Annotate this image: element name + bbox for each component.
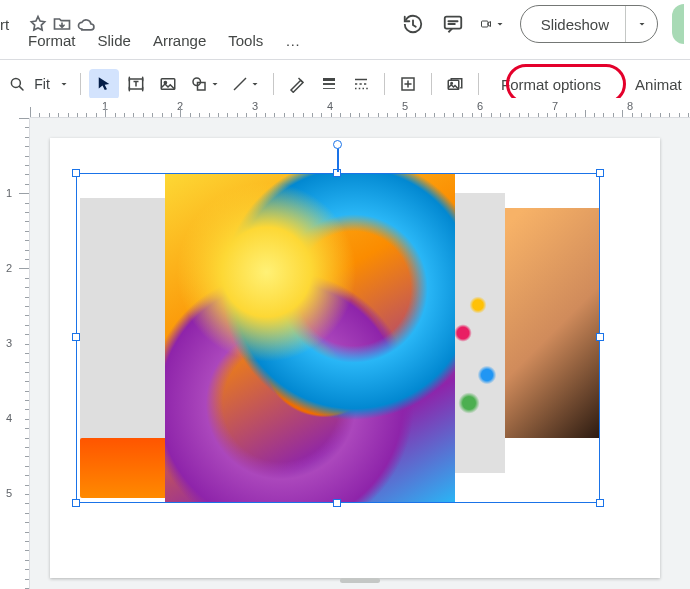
horizontal-ruler[interactable]: 1 2 3 4 5 6 7 8 /*ticks drawn below via … [30, 98, 690, 118]
select-tool[interactable] [89, 69, 119, 99]
avatar-partial[interactable] [672, 4, 684, 44]
ruler-num: 3 [252, 100, 258, 112]
resize-handle-sw[interactable] [72, 499, 80, 507]
svg-point-10 [451, 83, 453, 85]
ruler-num: 2 [6, 262, 12, 274]
chevron-down-icon [249, 78, 261, 90]
editor-stage[interactable] [30, 118, 690, 589]
resize-handle-e[interactable] [596, 333, 604, 341]
image-tool[interactable] [153, 69, 183, 99]
rotate-stem [337, 148, 339, 172]
selection-box[interactable] [76, 173, 600, 503]
zoom-control[interactable]: Fit [6, 69, 72, 99]
resize-handle-s[interactable] [333, 499, 341, 507]
shape-tool[interactable] [185, 69, 225, 99]
menu-more[interactable]: … [275, 28, 310, 53]
ruler-num: 1 [6, 187, 12, 199]
svg-rect-7 [198, 83, 206, 91]
resize-handle-nw[interactable] [72, 169, 80, 177]
resize-handle-se[interactable] [596, 499, 604, 507]
replace-image-tool[interactable] [440, 69, 470, 99]
version-history-icon[interactable] [400, 11, 426, 37]
toolbar-separator [80, 73, 81, 95]
zoom-level-label: Fit [28, 76, 56, 92]
toolbar-separator [273, 73, 274, 95]
border-dash-tool[interactable] [346, 69, 376, 99]
menu-format[interactable]: Format [18, 28, 86, 53]
ruler-num: 6 [477, 100, 483, 112]
slideshow-label: Slideshow [521, 16, 625, 33]
present-meet-icon[interactable] [480, 11, 506, 37]
svg-rect-1 [481, 21, 488, 27]
crop-image-tool[interactable] [393, 69, 423, 99]
svg-point-5 [164, 81, 166, 83]
chevron-down-icon [58, 78, 70, 90]
ruler-num: 4 [327, 100, 333, 112]
toolbar-separator [478, 73, 479, 95]
vertical-ruler[interactable]: 1 2 3 4 5 [0, 118, 30, 589]
border-color-tool[interactable] [282, 69, 312, 99]
menu-partial[interactable]: rt [0, 12, 19, 37]
textbox-tool[interactable] [121, 69, 151, 99]
canvas-area: 1 2 3 4 5 6 7 8 /*ticks drawn below via … [0, 98, 690, 589]
resize-handle-w[interactable] [72, 333, 80, 341]
speaker-notes-drag-handle[interactable] [340, 578, 380, 583]
ruler-num: 3 [6, 337, 12, 349]
menu-slide[interactable]: Slide [88, 28, 141, 53]
menu-tools[interactable]: Tools [218, 28, 273, 53]
menu-arrange[interactable]: Arrange [143, 28, 216, 53]
ruler-num: 5 [402, 100, 408, 112]
line-tool[interactable] [227, 69, 265, 99]
slide[interactable] [50, 138, 660, 578]
svg-rect-0 [444, 17, 461, 29]
format-options-button[interactable]: Format options [487, 67, 615, 101]
magnifier-icon [8, 75, 26, 93]
chevron-down-icon [209, 78, 221, 90]
rotate-handle[interactable] [333, 140, 342, 149]
slideshow-dropdown-icon[interactable] [625, 6, 657, 42]
toolbar-separator [384, 73, 385, 95]
svg-point-2 [11, 78, 20, 87]
border-weight-tool[interactable] [314, 69, 344, 99]
comments-icon[interactable] [440, 11, 466, 37]
slideshow-button[interactable]: Slideshow [520, 5, 658, 43]
ruler-num: 4 [6, 412, 12, 424]
resize-handle-ne[interactable] [596, 169, 604, 177]
toolbar-separator [431, 73, 432, 95]
ruler-num: 5 [6, 487, 12, 499]
animate-button-partial[interactable]: Animat [621, 67, 682, 101]
ruler-num: 7 [552, 100, 558, 112]
ruler-num: 8 [627, 100, 633, 112]
